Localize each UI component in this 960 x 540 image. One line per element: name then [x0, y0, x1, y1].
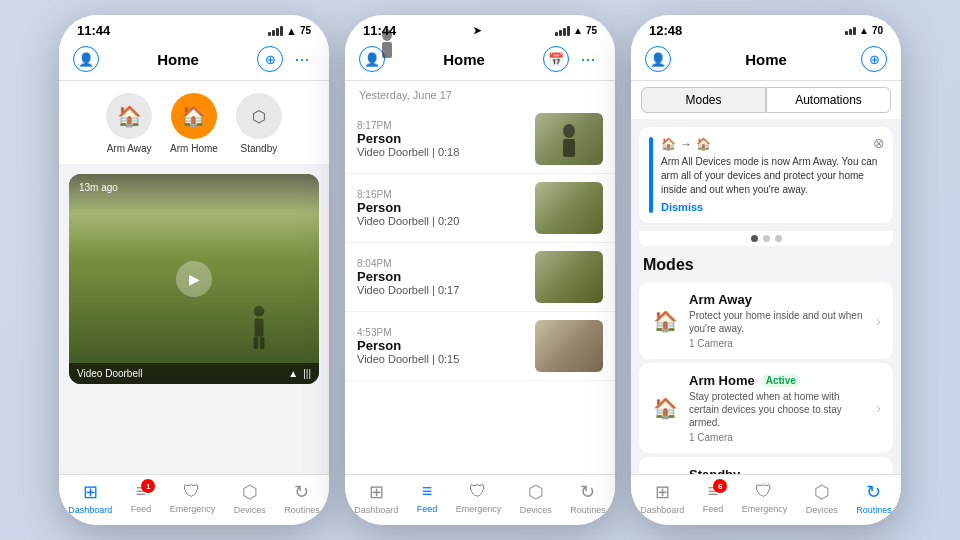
banner-content: 🏠 → 🏠 Arm All Devices mode is now Arm Aw… [661, 137, 883, 213]
sb2-3 [849, 29, 852, 35]
tab-routines-3[interactable]: ↻ Routines [856, 481, 892, 515]
signal-bar-1 [268, 32, 271, 36]
dashboard-label-2: Dashboard [354, 505, 398, 515]
tab-emergency-2[interactable]: 🛡 Emergency [456, 481, 502, 515]
camera-label-bar: Video Doorbell ▲ ||| [69, 363, 319, 384]
standby-btn[interactable]: ⬡ Standby [236, 93, 282, 154]
thumb-img-2 [535, 251, 603, 303]
banner-text: Arm All Devices mode is now Arm Away. Yo… [661, 155, 883, 197]
arm-home-card-info: Arm Home Active Stay protected when at h… [689, 373, 866, 443]
routines-tab-label-1: Routines [284, 505, 320, 515]
nav-header-3: 👤 Home ⊕ [631, 42, 901, 81]
segment-automations-tab[interactable]: Automations [766, 87, 891, 113]
dashboard-icon-2: ⊞ [369, 481, 384, 503]
svg-point-5 [563, 124, 575, 138]
feed-item-info-2: 8:04PM Person Video Doorbell | 0:17 [357, 258, 525, 296]
sb4 [567, 26, 570, 36]
feed-tab-label-1: Feed [131, 504, 152, 514]
nav-title-1: Home [99, 51, 257, 68]
tab-feed-1[interactable]: ≡ 1 Feed [131, 481, 152, 515]
tab-bar-3: ⊞ Dashboard ≡ 6 Feed 🛡 Emergency ⬡ Devic… [631, 474, 901, 525]
devices-icon-2: ⬡ [528, 481, 544, 503]
banner-icons: 🏠 → 🏠 [661, 137, 883, 151]
tab-emergency-1[interactable]: 🛡 Emergency [170, 481, 216, 515]
sb1 [555, 32, 558, 36]
tab-emergency-3[interactable]: 🛡 Emergency [742, 481, 788, 515]
add-icon-1[interactable]: ⊕ [257, 46, 283, 72]
tab-dashboard-2[interactable]: ⊞ Dashboard [354, 481, 398, 515]
camera-feed-1[interactable]: 13m ago ▶ Video Doorbell ▲ ||| [69, 174, 319, 384]
routines-icon-2: ↻ [580, 481, 595, 503]
signal-bars-2 [555, 26, 570, 36]
tab-devices-3[interactable]: ⬡ Devices [806, 481, 838, 515]
feed-thumb-1 [535, 182, 603, 234]
devices-label-3: Devices [806, 505, 838, 515]
more-icon-2[interactable]: ··· [575, 46, 601, 72]
tab-feed-2[interactable]: ≡ Feed [417, 481, 438, 515]
tab-devices-2[interactable]: ⬡ Devices [520, 481, 552, 515]
svg-rect-3 [260, 336, 265, 349]
nav-title-3: Home [671, 51, 861, 68]
arm-away-icon: 🏠 [106, 93, 152, 139]
person-icon-1[interactable]: 👤 [73, 46, 99, 72]
person-icon-3[interactable]: 👤 [645, 46, 671, 72]
sb3-3 [853, 27, 856, 35]
arm-away-title-row: Arm Away [689, 292, 866, 307]
emergency-tab-label-1: Emergency [170, 504, 216, 514]
tab-devices-1[interactable]: ⬡ Devices [234, 481, 266, 515]
banner-dismiss-btn[interactable]: Dismiss [661, 201, 883, 213]
play-button[interactable]: ▶ [176, 261, 212, 297]
feed-item-1[interactable]: 8:16PM Person Video Doorbell | 0:20 [345, 174, 615, 243]
arm-home-card[interactable]: 🏠 Arm Home Active Stay protected when at… [639, 363, 893, 453]
banner-blue-bar [649, 137, 653, 213]
signal-bar-3 [276, 28, 279, 36]
thumb-img-1 [535, 182, 603, 234]
banner-home-icon2: 🏠 [696, 137, 711, 151]
feed-title-0: Person [357, 131, 525, 146]
feed-thumb-0 [535, 113, 603, 165]
nav-header-1: 👤 Home ⊕ ··· [59, 42, 329, 81]
standby-title-row: Standby [689, 467, 866, 474]
standby-card[interactable]: ⬡ Standby Disarm your devices and keep s… [639, 457, 893, 474]
status-time-3: 12:48 [649, 23, 682, 38]
segment-modes-tab[interactable]: Modes [641, 87, 766, 113]
calendar-icon-2[interactable]: 📅 [543, 46, 569, 72]
banner-close-btn[interactable]: ⊗ [873, 135, 885, 151]
feed-thumb-3 [535, 320, 603, 372]
thumb-svg-0 [535, 113, 603, 165]
feed-item-0[interactable]: 8:17PM Person Video Doorbell | 0:18 [345, 105, 615, 174]
feed-item-3[interactable]: 4:53PM Person Video Doorbell | 0:15 [345, 312, 615, 381]
routines-label-2: Routines [570, 505, 606, 515]
more-icon-1[interactable]: ··· [289, 46, 315, 72]
phone1-main: 🏠 Arm Away 🏠 Arm Home ⬡ Standby 13m ago [59, 81, 329, 474]
standby-card-info: Standby Disarm your devices and keep spe… [689, 467, 866, 474]
wifi-icon-3: ▲ [859, 25, 869, 36]
status-time-1: 11:44 [77, 23, 110, 38]
tab-dashboard-3[interactable]: ⊞ Dashboard [640, 481, 684, 515]
arm-home-chevron: › [876, 400, 881, 416]
dashboard-tab-icon: ⊞ [83, 481, 98, 503]
arm-home-btn[interactable]: 🏠 Arm Home [170, 93, 218, 154]
routines-tab-icon-1: ↻ [294, 481, 309, 503]
feed-sub-3: Video Doorbell | 0:15 [357, 353, 525, 365]
tab-routines-2[interactable]: ↻ Routines [570, 481, 606, 515]
arm-away-card[interactable]: 🏠 Arm Away Protect your home inside and … [639, 282, 893, 359]
tab-dashboard-1[interactable]: ⊞ Dashboard [68, 481, 112, 515]
thumb-img-3 [535, 320, 603, 372]
emergency-label-2: Emergency [456, 504, 502, 514]
status-bar-3: 12:48 ▲ 70 [631, 15, 901, 42]
routines-icon-3: ↻ [866, 481, 881, 503]
status-icons-2: ▲ 75 [555, 25, 597, 36]
phone-1: 11:44 ▲ 75 👤 Home ⊕ ··· 🏠 Arm Away [59, 15, 329, 525]
feed-icon-2: ≡ [422, 481, 433, 502]
dashboard-icon-3: ⊞ [655, 481, 670, 503]
feed-time-2: 8:04PM [357, 258, 525, 269]
battery-label-2: 75 [586, 25, 597, 36]
tab-feed-3[interactable]: ≡ 6 Feed [703, 481, 724, 515]
feed-title-3: Person [357, 338, 525, 353]
add-icon-3[interactable]: ⊕ [861, 46, 887, 72]
arm-away-btn[interactable]: 🏠 Arm Away [106, 93, 152, 154]
feed-item-2[interactable]: 8:04PM Person Video Doorbell | 0:17 [345, 243, 615, 312]
tab-routines-1[interactable]: ↻ Routines [284, 481, 320, 515]
wifi-icon-2: ▲ [573, 25, 583, 36]
